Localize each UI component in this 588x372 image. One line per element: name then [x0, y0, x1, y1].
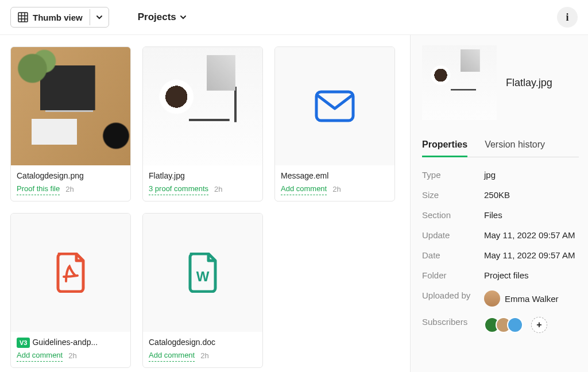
- file-card[interactable]: Flatlay.jpg 3 proof comments 2h: [142, 46, 263, 202]
- prop-label-update: Update: [422, 230, 484, 240]
- svg-text:W: W: [196, 269, 210, 284]
- view-mode-selector: Thumb view: [10, 7, 109, 28]
- info-button[interactable]: i: [557, 7, 578, 28]
- prop-value-subscribers: +: [484, 317, 579, 333]
- prop-label-uploaded-by: Uploaded by: [422, 290, 484, 307]
- file-timestamp: 2h: [332, 184, 341, 195]
- version-badge: V3: [17, 338, 30, 348]
- file-name: Catalogdesign.png: [17, 170, 125, 182]
- file-thumbnail: [275, 47, 394, 165]
- chevron-down-icon: [180, 14, 187, 21]
- proof-comments-link[interactable]: 3 proof comments: [149, 183, 208, 196]
- info-icon: i: [566, 11, 568, 24]
- prop-label-date: Date: [422, 250, 484, 260]
- sidebar-tabs: Properties Version history: [422, 135, 579, 157]
- file-timestamp: 2h: [200, 350, 208, 362]
- file-grid: Catalogdesign.png Proof this file 2h Fla…: [0, 35, 410, 372]
- thumb-view-label: Thumb view: [33, 13, 83, 22]
- file-card[interactable]: V3Guidelines-andp... Add comment 2h: [10, 213, 131, 368]
- file-thumbnail: [143, 47, 262, 165]
- mail-icon: [315, 90, 355, 122]
- svg-rect-5: [316, 92, 353, 121]
- topbar: Thumb view Projects i: [0, 0, 588, 35]
- projects-label: Projects: [138, 11, 176, 23]
- file-name: Catalogdesign.doc: [149, 336, 257, 348]
- proof-file-link[interactable]: Proof this file: [17, 183, 60, 196]
- thumb-view-button[interactable]: Thumb view: [11, 7, 90, 27]
- prop-value-uploaded-by: Emma Walker: [484, 290, 579, 307]
- avatar: [484, 290, 500, 307]
- prop-value-section: Files: [484, 210, 579, 220]
- file-thumbnail: [11, 214, 130, 332]
- file-timestamp: 2h: [68, 350, 76, 362]
- properties-list: Type jpg Size 250KB Section Files Update…: [422, 170, 579, 333]
- prop-value-update: May 11, 2022 09:57 AM: [484, 230, 579, 240]
- avatar: [507, 317, 523, 333]
- prop-value-type: jpg: [484, 170, 579, 180]
- file-name: V3Guidelines-andp...: [17, 336, 125, 348]
- tab-properties[interactable]: Properties: [422, 135, 467, 157]
- prop-label-subscribers: Subscribers: [422, 317, 484, 333]
- file-name: Flatlay.jpg: [149, 170, 257, 182]
- svg-rect-0: [18, 13, 28, 22]
- word-doc-icon: W: [187, 253, 219, 293]
- prop-label-folder: Folder: [422, 270, 484, 280]
- tab-version-history[interactable]: Version history: [485, 135, 545, 157]
- add-subscriber-button[interactable]: +: [531, 317, 547, 333]
- sidebar-file-title: Flatlay.jpg: [506, 77, 552, 89]
- file-card[interactable]: Message.eml Add comment 2h: [274, 46, 395, 202]
- prop-label-size: Size: [422, 190, 484, 200]
- prop-value-size: 250KB: [484, 190, 579, 200]
- view-mode-caret[interactable]: [90, 9, 109, 25]
- projects-dropdown[interactable]: Projects: [134, 7, 190, 28]
- file-thumbnail: [11, 47, 130, 165]
- file-card[interactable]: W Catalogdesign.doc Add comment 2h: [142, 213, 263, 368]
- chevron-down-icon: [96, 14, 103, 21]
- file-card[interactable]: Catalogdesign.png Proof this file 2h: [10, 46, 131, 202]
- details-sidebar: Flatlay.jpg Properties Version history T…: [410, 35, 588, 372]
- add-comment-link[interactable]: Add comment: [17, 350, 63, 362]
- file-thumbnail: W: [143, 214, 262, 332]
- prop-label-type: Type: [422, 170, 484, 180]
- prop-value-date: May 11, 2022 09:57 AM: [484, 250, 579, 260]
- grid-icon: [18, 12, 28, 22]
- prop-label-section: Section: [422, 210, 484, 220]
- subscriber-avatars: [484, 317, 523, 333]
- file-timestamp: 2h: [214, 184, 222, 195]
- add-comment-link[interactable]: Add comment: [281, 183, 327, 196]
- preview-thumbnail: [422, 45, 497, 120]
- prop-value-folder: Project files: [484, 270, 579, 280]
- file-timestamp: 2h: [65, 184, 74, 195]
- add-comment-link[interactable]: Add comment: [149, 350, 195, 362]
- file-name: Message.eml: [281, 170, 389, 182]
- pdf-icon: [55, 253, 87, 293]
